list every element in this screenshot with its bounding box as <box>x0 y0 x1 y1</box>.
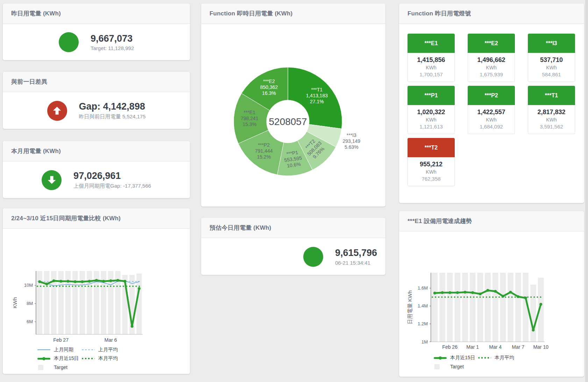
legend-label: 本月近15日 <box>54 355 79 362</box>
tile-body: 1,415,856KWh1,700,157 <box>408 53 455 82</box>
panel-title: 昨日用電量 (KWh) <box>11 9 61 18</box>
y-tick-label: 1M <box>421 339 428 345</box>
data-point <box>138 287 141 290</box>
data-point <box>471 291 474 294</box>
x-tick-label: Mar 4 <box>489 344 502 350</box>
y-tick-label: 1.2M <box>418 321 428 326</box>
panel-title: 本月用電量 (KWh) <box>11 147 61 155</box>
status-circle-icon <box>59 32 79 52</box>
tile-target: 1,684,092 <box>468 124 515 130</box>
stat-content: Gap: 4,142,898 昨日與前日用電量 5,524,175 <box>3 92 190 129</box>
tile-name: ***I3 <box>528 34 575 53</box>
target-bar <box>493 273 498 342</box>
tile-name: ***P1 <box>408 86 455 105</box>
target-bar <box>508 273 513 342</box>
target-bar <box>44 271 49 334</box>
panel-header: 預估今日用電量 (KWh) <box>201 218 385 238</box>
stat-value: 9,615,796 <box>335 248 377 258</box>
tile-target: 584,861 <box>528 71 575 77</box>
legend-item[interactable]: 上月平均 <box>82 347 118 353</box>
legend-item[interactable]: 本月平均 <box>82 356 118 361</box>
stat-value: 9,667,073 <box>91 33 134 44</box>
stat-subtext: 06-21 15:34:41 <box>335 260 377 266</box>
e1-trend-line-chart: 1M1.2M1.4M1.6M日用電量 KWhFeb 26Mar 1Mar 4Ma… <box>399 232 584 353</box>
tile-unit: KWh <box>468 65 515 70</box>
legend-item[interactable]: 本月平均 <box>478 355 514 361</box>
legend-item[interactable]: 本月近15日 <box>37 356 82 361</box>
panel-title: 與前一日差異 <box>11 78 47 86</box>
panel-header: 2/24~3/10 近15日同期用電量比較 (KWh) <box>3 208 190 229</box>
chart-area: ***T11,413,18327.1%***I3293,1495.63%***T… <box>201 24 385 207</box>
legend-item[interactable]: Target <box>37 364 82 370</box>
tile-value: 2,817,832 <box>528 109 575 116</box>
target-bar <box>477 273 483 342</box>
tile-body: 955,212KWh762,358 <box>408 157 455 186</box>
tile-body: 537,710KWh584,861 <box>528 53 575 82</box>
stat-subtext: Target: 11,128,992 <box>91 45 134 51</box>
legend-item[interactable]: 上月同期 <box>37 347 82 353</box>
data-point <box>456 291 459 294</box>
legend-label: 本月平均 <box>98 355 118 362</box>
pie-slice-label: ***I3293,1495.63% <box>343 132 361 150</box>
tile-value: 1,496,662 <box>468 56 515 64</box>
panel-month-usage: 本月用電量 (KWh) 97,026,961 上個月同期用電Gap: -17,3… <box>3 141 190 198</box>
data-point <box>479 293 482 296</box>
tile-unit: KWh <box>408 117 454 123</box>
legend-label: 上月平均 <box>98 347 118 353</box>
scrollbar[interactable] <box>585 0 588 382</box>
data-point <box>487 289 489 292</box>
panel-header: 與前一日差異 <box>3 72 190 92</box>
tile-target: 762,358 <box>408 176 454 182</box>
panel-title: 2/24~3/10 近15日同期用電量比較 (KWh) <box>11 214 121 222</box>
y-tick-label: 8M <box>27 301 33 306</box>
legend-swatch-icon <box>37 365 50 370</box>
target-bar <box>515 273 521 342</box>
tile-value: 1,020,322 <box>408 109 454 116</box>
y-tick-label: 10M <box>24 283 33 288</box>
panel-header: Function 昨日用電燈號 <box>399 4 584 24</box>
legend-label: 本月近15日 <box>450 355 475 361</box>
target-bar <box>455 273 460 342</box>
light-tile: ***E11,415,856KWh1,700,157 <box>408 34 455 82</box>
data-point <box>524 297 527 299</box>
data-point <box>494 290 497 293</box>
data-point <box>95 279 98 282</box>
legend-item[interactable]: Target <box>434 364 478 369</box>
panel-title: 預估今日用電量 (KWh) <box>210 224 271 232</box>
chart-legend: 本月近15日本月平均Target <box>434 355 514 369</box>
light-tile: ***E21,496,662KWh1,675,939 <box>468 34 515 82</box>
tile-name: ***P2 <box>468 86 515 105</box>
donut-chart: ***T11,413,18327.1%***I3293,1495.63%***T… <box>201 24 385 207</box>
target-bar <box>447 273 453 342</box>
target-bar <box>439 273 445 342</box>
tile-body: 1,020,322KWh1,121,613 <box>408 105 455 134</box>
y-axis-label: KWh <box>12 297 18 308</box>
tile-unit: KWh <box>408 65 454 70</box>
tile-target: 1,675,939 <box>468 71 515 77</box>
y-axis-label: 日用電量 KWh <box>407 290 413 324</box>
legend-swatch-icon <box>82 356 95 361</box>
stat-subtext: 上個月同期用電Gap: -17,377,566 <box>73 183 151 189</box>
legend-swatch-icon <box>478 355 491 361</box>
data-point <box>67 280 70 283</box>
arrow-down-icon <box>42 170 62 190</box>
data-point <box>74 280 77 283</box>
tile-value: 955,212 <box>408 161 454 168</box>
light-tile: ***I3537,710KWh584,861 <box>528 34 575 82</box>
x-tick-label: Feb 27 <box>53 337 69 343</box>
panel-function-yesterday-lights: Function 昨日用電燈號 ***E11,415,856KWh1,700,1… <box>399 4 584 203</box>
arrow-up-icon <box>47 101 67 121</box>
legend-label: Target <box>450 364 464 369</box>
data-point <box>448 291 451 294</box>
target-bar <box>432 273 438 342</box>
tile-value: 1,415,856 <box>408 56 454 64</box>
data-point <box>45 283 48 285</box>
panel-title: ***E1 設備用電達成趨勢 <box>408 217 472 225</box>
tile-value: 537,710 <box>528 56 575 64</box>
legend-item[interactable]: 本月近15日 <box>434 355 478 361</box>
chart-legend: 上月同期上月平均本月近15日本月平均Target <box>37 347 118 370</box>
tile-unit: KWh <box>468 117 515 123</box>
data-point <box>123 280 126 283</box>
data-point <box>433 292 436 294</box>
light-tile: ***P21,422,557KWh1,684,092 <box>468 86 515 134</box>
